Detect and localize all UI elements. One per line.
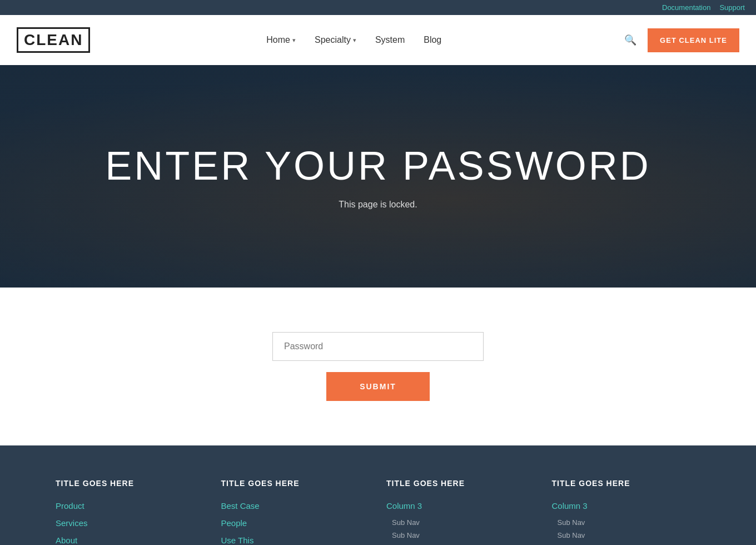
footer-sub-link[interactable]: Sub Nav (552, 531, 701, 539)
blog-nav[interactable]: Blog (417, 31, 448, 49)
hero-section: ENTER YOUR PASSWORD This page is locked. (0, 65, 756, 288)
hero-content: ENTER YOUR PASSWORD This page is locked. (105, 143, 650, 210)
footer-link-people[interactable]: People (221, 518, 370, 528)
specialty-nav[interactable]: Specialty▾ (308, 31, 363, 49)
footer-link-best-case[interactable]: Best Case (221, 501, 370, 511)
search-button[interactable]: 🔍 (618, 29, 643, 51)
home-nav[interactable]: Home▾ (260, 31, 302, 49)
footer: TITLE GOES HEREProductServicesAboutTITLE… (0, 445, 756, 545)
footer-col-title-1: TITLE GOES HERE (56, 479, 205, 488)
footer-link-column-3[interactable]: Column 3 (386, 501, 535, 511)
documentation-link[interactable]: Documentation (662, 3, 710, 12)
password-section: SUBMIT (0, 288, 756, 445)
hero-subtitle: This page is locked. (105, 200, 650, 210)
logo[interactable]: CLEAN (17, 27, 90, 53)
header: CLEAN Home▾Specialty▾SystemBlog 🔍 GET CL… (0, 15, 756, 65)
support-link[interactable]: Support (719, 3, 745, 12)
footer-col-1: TITLE GOES HEREProductServicesAbout (56, 479, 205, 545)
footer-link-column-3[interactable]: Column 3 (552, 501, 701, 511)
footer-col-title-4: TITLE GOES HERE (552, 479, 701, 488)
footer-link-about[interactable]: About (56, 536, 205, 545)
footer-link-services[interactable]: Services (56, 518, 205, 528)
system-nav[interactable]: System (369, 31, 411, 49)
password-input[interactable] (272, 332, 484, 361)
main-nav: Home▾Specialty▾SystemBlog (260, 31, 448, 49)
footer-col-3: TITLE GOES HEREColumn 3Sub NavSub NavTes… (386, 479, 535, 545)
footer-link-product[interactable]: Product (56, 501, 205, 511)
footer-sub-link[interactable]: Sub Nav (552, 518, 701, 527)
footer-col-4: TITLE GOES HEREColumn 3Sub NavSub NavTes… (552, 479, 701, 545)
footer-sub-link[interactable]: Sub Nav (386, 531, 535, 539)
footer-col-title-3: TITLE GOES HERE (386, 479, 535, 488)
top-bar: DocumentationSupport (0, 0, 756, 15)
footer-col-title-2: TITLE GOES HERE (221, 479, 370, 488)
footer-grid: TITLE GOES HEREProductServicesAboutTITLE… (56, 479, 700, 545)
submit-button[interactable]: SUBMIT (326, 372, 430, 401)
footer-sub-link[interactable]: Sub Nav (386, 518, 535, 527)
footer-link-use-this[interactable]: Use This (221, 536, 370, 545)
get-clean-lite-button[interactable]: GET CLEAN LITE (648, 28, 739, 52)
footer-col-2: TITLE GOES HEREBest CasePeopleUse This (221, 479, 370, 545)
hero-title: ENTER YOUR PASSWORD (105, 143, 650, 189)
